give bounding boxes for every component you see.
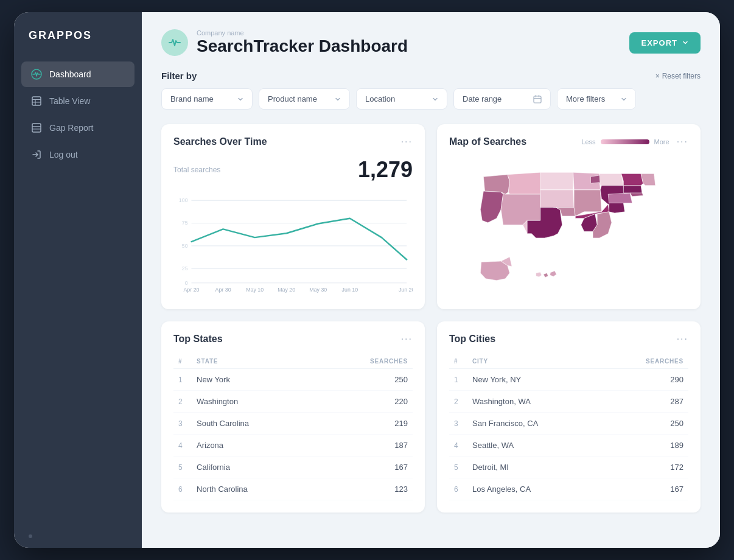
legend-less-label: Less (581, 138, 595, 145)
top-cities-header: Top Cities ··· (449, 334, 688, 345)
row-num: 4 (449, 435, 467, 457)
city-searches: 172 (603, 457, 688, 478)
table-view-label: Table View (49, 96, 90, 106)
page-header: Company name SearchTracker Dashboard EXP… (161, 29, 701, 56)
state-name: New York (192, 369, 317, 391)
top-states-card: Top States ··· # STATE SEARCHES (161, 321, 425, 513)
table-row: 1 New York 250 (173, 369, 413, 391)
map-container (449, 157, 688, 297)
row-num: 4 (173, 435, 192, 457)
logout-icon (31, 149, 42, 160)
top-states-header: Top States ··· (173, 334, 413, 345)
col-city-header: CITY (467, 354, 603, 369)
row-num: 5 (449, 457, 467, 478)
col-city-num-header: # (449, 354, 467, 369)
state-searches: 123 (317, 478, 413, 500)
row-num: 2 (449, 391, 467, 413)
dashboard-grid: Searches Over Time ··· Total searches 1,… (161, 124, 701, 513)
line-chart-area: 100 75 50 25 0 Apr 20 Apr 30 (173, 187, 413, 297)
col-state-header: STATE (192, 354, 317, 369)
gap-report-label: Gap Report (49, 123, 93, 133)
svg-text:50: 50 (182, 243, 188, 249)
top-states-body: 1 New York 250 2 Washington 220 3 South … (173, 369, 413, 500)
sidebar-item-table-view[interactable]: Table View (21, 88, 135, 114)
reset-filters-button[interactable]: × Reset filters (655, 72, 701, 80)
row-num: 6 (173, 478, 192, 500)
searches-title: Searches Over Time (173, 136, 267, 147)
searches-menu-button[interactable]: ··· (401, 136, 413, 147)
map-menu-button[interactable]: ··· (677, 136, 688, 147)
table-row: 5 California 167 (173, 457, 413, 478)
city-name: San Francisco, CA (467, 413, 603, 435)
us-map-svg (449, 157, 688, 297)
location-filter[interactable]: Location (356, 88, 447, 110)
sidebar-item-gap-report[interactable]: Gap Report (21, 115, 135, 141)
product-name-filter[interactable]: Product name (259, 88, 350, 110)
table-row: 6 Los Angeles, CA 167 (449, 478, 688, 500)
svg-rect-5 (32, 124, 41, 132)
svg-text:Apr 20: Apr 20 (183, 287, 199, 293)
table-row: 2 Washington, WA 287 (449, 391, 688, 413)
top-cities-header-row: # CITY SEARCHES (449, 354, 688, 369)
sidebar-dot (29, 534, 32, 538)
map-legend: Less More (581, 138, 669, 145)
map-card-header: Map of Searches Less More ··· (449, 136, 688, 147)
state-searches: 220 (317, 391, 413, 413)
row-num: 2 (173, 391, 192, 413)
gap-report-icon (31, 122, 42, 133)
dashboard-label: Dashboard (49, 69, 91, 79)
state-name: Washington (192, 391, 317, 413)
export-button[interactable]: EXPORT (629, 32, 701, 54)
state-searches: 250 (317, 369, 413, 391)
svg-rect-9 (534, 96, 541, 103)
more-filters-button[interactable]: More filters (557, 88, 636, 110)
map-of-searches-card: Map of Searches Less More ··· (437, 124, 701, 309)
row-num: 5 (173, 457, 192, 478)
top-cities-table: # CITY SEARCHES 1 New York, NY 290 2 Was… (449, 354, 688, 500)
svg-text:0: 0 (185, 280, 188, 286)
header-left: Company name SearchTracker Dashboard (161, 29, 408, 56)
table-row: 1 New York, NY 290 (449, 369, 688, 391)
city-name: Washington, WA (467, 391, 603, 413)
row-num: 3 (449, 413, 467, 435)
sidebar: GRAPPOS Dashboard (14, 12, 142, 548)
location-chevron-icon (432, 96, 438, 102)
map-title: Map of Searches (449, 136, 526, 147)
more-filters-chevron-icon (621, 96, 627, 102)
legend-gradient (601, 139, 649, 144)
top-states-table: # STATE SEARCHES 1 New York 250 2 Washin… (173, 354, 413, 500)
reset-filters-label: Reset filters (662, 72, 701, 80)
top-cities-title: Top Cities (449, 334, 495, 345)
line-chart-svg: 100 75 50 25 0 Apr 20 Apr 30 (173, 187, 413, 297)
state-searches: 219 (317, 413, 413, 435)
top-states-menu-button[interactable]: ··· (401, 334, 413, 345)
sidebar-item-logout[interactable]: Log out (21, 142, 135, 167)
us-states (480, 172, 655, 281)
export-label: EXPORT (641, 38, 677, 47)
svg-text:Jun 10: Jun 10 (342, 287, 358, 293)
col-city-searches-header: SEARCHES (603, 354, 688, 369)
top-states-header-row: # STATE SEARCHES (173, 354, 413, 369)
circle-pulse-icon (31, 69, 42, 80)
chevron-down-icon (682, 40, 688, 46)
location-label: Location (365, 94, 395, 103)
header-icon-wrap (161, 29, 188, 56)
reset-x-icon: × (655, 72, 660, 80)
date-range-filter[interactable]: Date range (453, 88, 551, 110)
table-row: 2 Washington 220 (173, 391, 413, 413)
state-name: South Carolina (192, 413, 317, 435)
total-searches-value: 1,279 (358, 157, 413, 183)
top-cities-card: Top Cities ··· # CITY SEARCHES (437, 321, 701, 513)
brand-name-filter[interactable]: Brand name (161, 88, 253, 110)
col-state-searches-header: SEARCHES (317, 354, 413, 369)
company-name-label: Company name (197, 29, 408, 37)
calendar-icon (533, 95, 542, 103)
col-num-header: # (173, 354, 192, 369)
svg-text:25: 25 (182, 265, 188, 271)
city-searches: 250 (603, 413, 688, 435)
table-row: 4 Seattle, WA 189 (449, 435, 688, 457)
state-searches: 167 (317, 457, 413, 478)
top-cities-menu-button[interactable]: ··· (677, 334, 688, 345)
chart-meta: Total searches 1,279 (173, 157, 413, 183)
sidebar-item-dashboard[interactable]: Dashboard (21, 61, 135, 87)
